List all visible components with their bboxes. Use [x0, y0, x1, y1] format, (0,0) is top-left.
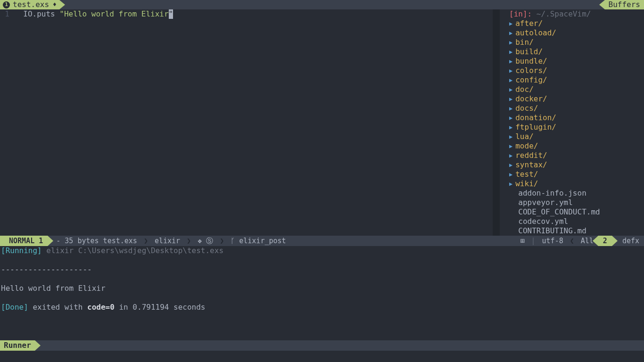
tab-filename: test.exs [13, 0, 49, 9]
tree-file-name: codecov.yml [518, 217, 568, 226]
branch-segment: ᚴ elixir_post [226, 236, 290, 246]
tree-dir-row[interactable]: ▶docs/ [500, 104, 644, 113]
mode-segment: NORMAL 1 [0, 236, 48, 246]
top-row: 1 test.exs ♦ 1 IO.puts "Hello world from… [0, 0, 644, 236]
runner-output[interactable]: [Running] elixir C:\Users\wsdjeg\Desktop… [0, 246, 644, 340]
tree-dir-row[interactable]: ▶mode/ [500, 141, 644, 151]
triangle-right-icon: ▶ [509, 38, 512, 47]
tree-dir-name: lua/ [515, 132, 534, 141]
tree-dir-name: docs/ [515, 104, 538, 113]
tree-dir-row[interactable]: ▶bundle/ [500, 57, 644, 66]
editor-scrollbar[interactable] [493, 9, 500, 236]
done-code: code=0 [87, 303, 115, 312]
tree-dir-row[interactable]: ▶ftplugin/ [500, 123, 644, 132]
tree-file-row[interactable]: addon-info.json [500, 189, 644, 198]
tree-dir-row[interactable]: ▶wiki/ [500, 179, 644, 189]
runner-statusline: Runner [0, 340, 644, 351]
runner-pane: [Running] elixir C:\Users\wsdjeg\Desktop… [0, 246, 644, 351]
tree-dir-name: donation/ [515, 113, 556, 123]
tree-dir-name: wiki/ [515, 179, 538, 189]
code-area[interactable]: 1 IO.puts "Hello world from Elixir" [0, 9, 500, 236]
triangle-right-icon: ▶ [509, 19, 512, 28]
tree-file-row[interactable]: codecov.yml [500, 217, 644, 226]
tree-file-row[interactable]: CONTRIBUTING.md [500, 226, 644, 236]
tree-dir-name: test/ [515, 170, 538, 179]
running-tag: [Running] [1, 246, 42, 255]
tree-dir-name: build/ [515, 47, 543, 57]
editor-pane: 1 test.exs ♦ 1 IO.puts "Hello world from… [0, 0, 500, 236]
triangle-right-icon: ▶ [509, 75, 512, 85]
file-tree[interactable]: [in]: ~/.SpaceVim/ ▶after/▶autoload/▶bin… [500, 9, 644, 236]
branch-name: elixir_post [235, 236, 286, 246]
file-tab[interactable]: 1 test.exs ♦ [0, 0, 59, 9]
tree-dir-row[interactable]: ▶doc/ [500, 85, 644, 94]
runner-tab[interactable]: Runner [0, 340, 35, 351]
tree-dir-name: ftplugin/ [515, 123, 556, 132]
tree-dir-name: reddit/ [515, 151, 547, 160]
tree-dir-row[interactable]: ▶lua/ [500, 132, 644, 141]
triangle-right-icon: ▶ [509, 132, 512, 141]
tree-dir-row[interactable]: ▶reddit/ [500, 151, 644, 160]
done-tag: [Done] [1, 303, 28, 312]
tree-file-row[interactable]: CODE_OF_CONDUCT.md [500, 207, 644, 217]
code-token-space [55, 9, 60, 18]
tree-dir-name: autoload/ [515, 28, 556, 38]
triangle-right-icon: ▶ [509, 47, 512, 57]
buffers-tab[interactable]: Buffers [605, 0, 644, 9]
chevron-right-icon: ❯ [185, 236, 193, 246]
triangle-right-icon: ▶ [509, 179, 512, 189]
branch-icon: ᚴ [231, 236, 235, 246]
chevron-right-icon: ❯ [218, 236, 226, 246]
triangle-right-icon: ▶ [509, 151, 512, 160]
tab-index-badge: 1 [3, 1, 10, 8]
code-token-string: Hello world from Elixir [64, 9, 169, 18]
tree-dir-row[interactable]: ▶syntax/ [500, 160, 644, 170]
tree-dir-row[interactable]: ▶config/ [500, 75, 644, 85]
tree-root-row: [in]: ~/.SpaceVim/ [500, 9, 644, 19]
separator-icon: | [529, 236, 537, 246]
file-tree-pane: Buffers [in]: ~/.SpaceVim/ ▶after/▶autol… [500, 0, 644, 236]
tree-dir-name: mode/ [515, 141, 538, 151]
line-number-gutter: 1 [0, 9, 14, 236]
triangle-right-icon: ▶ [509, 94, 512, 104]
tree-file-name: CODE_OF_CONDUCT.md [518, 207, 600, 217]
statusline-right: ⊞ | utf-8 ❮ All 2 defx [516, 236, 644, 246]
triangle-right-icon: ▶ [509, 160, 512, 170]
tree-dir-row[interactable]: ▶bin/ [500, 38, 644, 47]
tree-dir-row[interactable]: ▶colors/ [500, 66, 644, 75]
runner-dashes: -------------------- [1, 265, 92, 274]
triangle-right-icon: ▶ [509, 170, 512, 179]
window-number: 1 [39, 236, 43, 246]
triangle-right-icon: ▶ [509, 104, 512, 113]
command-line-area[interactable] [0, 351, 644, 362]
cursor: " [169, 9, 173, 19]
tree-dir-name: bundle/ [515, 57, 547, 66]
tree-dir-name: config/ [515, 75, 547, 85]
tree-dir-row[interactable]: ▶donation/ [500, 113, 644, 123]
tree-dir-name: after/ [515, 19, 543, 28]
tree-file-name: CONTRIBUTING.md [518, 226, 586, 236]
triangle-right-icon: ▶ [509, 141, 512, 151]
tree-file-row[interactable]: appveyor.yml [500, 198, 644, 207]
tree-dir-row[interactable]: ▶after/ [500, 19, 644, 28]
runner-label: Runner [4, 341, 31, 350]
tree-dir-name: syntax/ [515, 160, 547, 170]
tree-dir-row[interactable]: ▶build/ [500, 47, 644, 57]
tree-dir-row[interactable]: ▶docker/ [500, 94, 644, 104]
tree-file-name: addon-info.json [518, 189, 586, 198]
running-cmd: elixir C:\Users\wsdjeg\Desktop\test.exs [42, 246, 223, 255]
tree-in-label: [in]: [509, 9, 532, 19]
triangle-right-icon: ▶ [509, 85, 512, 94]
triangle-right-icon: ▶ [509, 28, 512, 38]
code-text[interactable]: IO.puts "Hello world from Elixir" [14, 9, 493, 236]
os-icon: ⊞ [516, 236, 529, 246]
tree-dir-row[interactable]: ▶test/ [500, 170, 644, 179]
triangle-right-icon: ▶ [509, 123, 512, 132]
line-number: 1 [0, 9, 9, 19]
tree-dir-name: doc/ [515, 85, 534, 94]
tree-dir-name: colors/ [515, 66, 547, 75]
code-token-quote-open: " [59, 9, 64, 18]
encoding-segment: utf-8 [537, 236, 568, 246]
fileinfo-segment: - 35 bytes test.exs [48, 236, 142, 246]
tree-dir-row[interactable]: ▶autoload/ [500, 28, 644, 38]
